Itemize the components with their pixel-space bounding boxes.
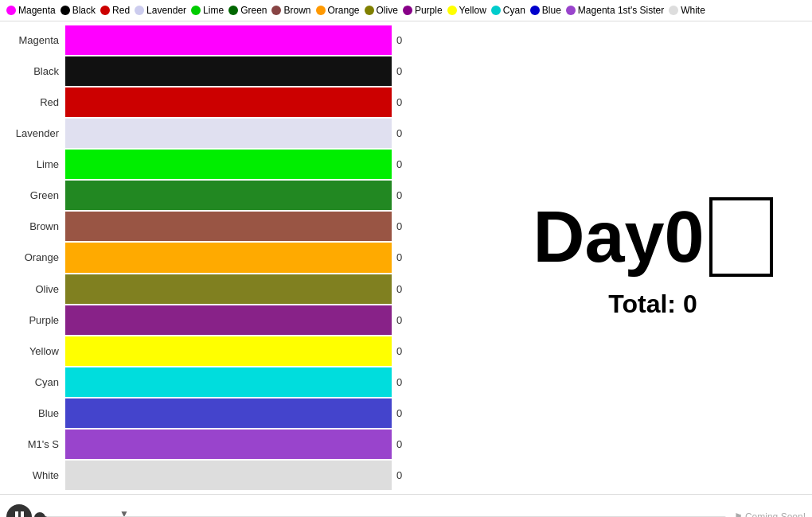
bar-chart: Magenta0Black0Red0Lavender0Lime0Green0Br… xyxy=(0,21,494,494)
bar-fill xyxy=(65,181,392,210)
legend-item-magenta[interactable]: Magenta xyxy=(6,5,56,16)
legend-swatch xyxy=(100,6,110,15)
bar-value: 0 xyxy=(396,438,402,450)
bar-fill xyxy=(65,87,392,117)
legend-label: Orange xyxy=(328,5,360,16)
legend-swatch xyxy=(191,6,201,15)
legend-item-olive[interactable]: Olive xyxy=(365,5,398,16)
bar-row: Lime0 xyxy=(0,150,494,179)
bar-row: White0 xyxy=(0,461,494,490)
bar-row: Purple0 xyxy=(0,305,494,335)
bar-value: 0 xyxy=(396,220,402,232)
slider-thumb[interactable] xyxy=(34,512,45,517)
legend-swatch xyxy=(566,6,576,15)
bar-container xyxy=(65,56,392,86)
bar-container xyxy=(65,274,392,304)
bar-container xyxy=(65,87,392,117)
bar-fill xyxy=(65,150,392,179)
legend-label: Yellow xyxy=(459,5,486,16)
legend-item-yellow[interactable]: Yellow xyxy=(447,5,486,16)
bar-label: Green xyxy=(0,189,65,201)
bar-container xyxy=(65,305,392,335)
legend-label: Olive xyxy=(377,5,398,16)
bar-fill xyxy=(65,25,392,55)
legend-item-lavender[interactable]: Lavender xyxy=(135,5,186,16)
bar-value: 0 xyxy=(396,189,402,201)
legend-swatch xyxy=(271,6,281,15)
bar-label: Yellow xyxy=(0,345,65,357)
bar-row: Black0 xyxy=(0,56,494,86)
bar-row: Cyan0 xyxy=(0,367,494,397)
legend-item-black[interactable]: Black xyxy=(61,5,96,16)
bar-container xyxy=(65,430,392,459)
legend-item-magenta-1st's-sister[interactable]: Magenta 1st's Sister xyxy=(566,5,664,16)
day-number: 0 xyxy=(665,201,705,273)
bar-row: Green0 xyxy=(0,181,494,210)
total-display: Total: 0 xyxy=(608,290,697,319)
legend-item-lime[interactable]: Lime xyxy=(191,5,224,16)
pause-button[interactable] xyxy=(6,504,32,518)
legend-swatch xyxy=(365,6,374,15)
pause-icon xyxy=(15,511,24,518)
legend-swatch xyxy=(228,6,238,15)
legend-label: Brown xyxy=(283,5,310,16)
legend-item-green[interactable]: Green xyxy=(228,5,267,16)
bar-container xyxy=(65,25,392,55)
legend-swatch xyxy=(447,6,457,15)
legend-item-brown[interactable]: Brown xyxy=(271,5,310,16)
bar-label: Magenta xyxy=(0,34,65,46)
legend-label: Cyan xyxy=(503,5,525,16)
bar-row: Blue0 xyxy=(0,398,494,428)
bar-row: M1's S0 xyxy=(0,430,494,459)
legend-item-cyan[interactable]: Cyan xyxy=(491,5,525,16)
bar-value: 0 xyxy=(396,251,402,263)
bar-row: Magenta0 xyxy=(0,25,494,55)
legend-label: Green xyxy=(240,5,267,16)
timeline-slider[interactable]: ▼ Day 0▾ Day 1 xyxy=(40,500,726,517)
bar-fill xyxy=(65,119,392,148)
legend: MagentaBlackRedLavenderLimeGreenBrownOra… xyxy=(0,0,812,21)
legend-item-purple[interactable]: Purple xyxy=(403,5,443,16)
bar-fill xyxy=(65,212,392,241)
legend-item-orange[interactable]: Orange xyxy=(316,5,360,16)
right-panel: Day 0 Total: 0 xyxy=(494,21,812,494)
legend-item-blue[interactable]: Blue xyxy=(530,5,561,16)
day-display: Day 0 xyxy=(533,197,772,277)
bar-fill xyxy=(65,430,392,459)
day-prefix: Day xyxy=(533,201,664,273)
bar-value: 0 xyxy=(396,345,402,357)
legend-swatch xyxy=(403,6,412,15)
bar-value: 0 xyxy=(396,314,402,326)
bar-fill xyxy=(65,243,392,272)
bar-row: Lavender0 xyxy=(0,119,494,148)
legend-item-white[interactable]: White xyxy=(669,5,705,16)
bar-fill xyxy=(65,398,392,428)
bar-label: Brown xyxy=(0,220,65,232)
bar-fill xyxy=(65,461,392,490)
legend-swatch xyxy=(6,6,16,15)
bar-container xyxy=(65,212,392,241)
bar-label: Orange xyxy=(0,251,65,263)
legend-item-red[interactable]: Red xyxy=(100,5,130,16)
bar-label: Lime xyxy=(0,158,65,170)
legend-label: Lime xyxy=(203,5,224,16)
bar-row: Red0 xyxy=(0,87,494,117)
bar-label: Purple xyxy=(0,314,65,326)
legend-swatch xyxy=(669,6,678,15)
bar-label: Blue xyxy=(0,407,65,419)
bar-row: Olive0 xyxy=(0,274,494,304)
legend-label: Red xyxy=(112,5,130,16)
legend-swatch xyxy=(530,6,540,15)
legend-label: Blue xyxy=(542,5,561,16)
bar-fill xyxy=(65,274,392,304)
bar-fill xyxy=(65,305,392,335)
bar-row: Yellow0 xyxy=(0,336,494,366)
bar-value: 0 xyxy=(396,407,402,419)
bar-value: 0 xyxy=(396,127,402,139)
bar-container xyxy=(65,336,392,366)
bar-fill xyxy=(65,367,392,397)
bar-label: M1's S xyxy=(0,438,65,450)
bar-fill xyxy=(65,56,392,86)
bar-label: Red xyxy=(0,96,65,108)
bar-row: Brown0 xyxy=(0,212,494,241)
